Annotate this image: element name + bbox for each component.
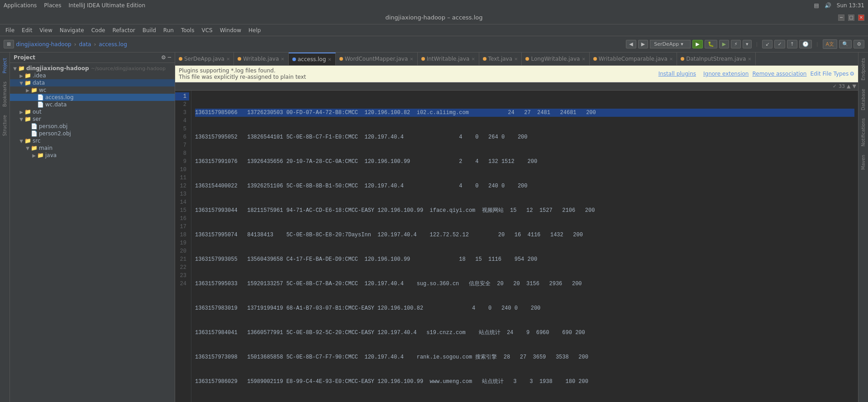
tab-access-close[interactable]: ✕ bbox=[328, 57, 331, 62]
menu-window[interactable]: Window bbox=[216, 26, 245, 34]
tree-out[interactable]: ▶ 📁 out bbox=[10, 108, 175, 115]
right-tab-maven[interactable]: Maven bbox=[860, 151, 867, 173]
idea-menu[interactable]: IntelliJ IDEA Ultimate Edition bbox=[68, 2, 145, 9]
volume-icon[interactable]: 🔊 bbox=[825, 2, 831, 9]
toolbar-right: ◀ ▶ SerDeApp ▾ ▶ 🐛 ▶ ⚡ ▾ | ↙ ✓ ↑ 🕐 | A文 … bbox=[626, 39, 864, 49]
minimize-button[interactable]: ─ bbox=[838, 14, 844, 21]
recent-files-button[interactable]: ⊞ bbox=[4, 40, 14, 48]
tab-datainputstream[interactable]: DataInputStream.java ✕ bbox=[677, 53, 756, 65]
tree-src[interactable]: ▼ 📁 src bbox=[10, 137, 175, 144]
right-tab-database[interactable]: Database bbox=[860, 85, 867, 114]
tab-text[interactable]: Text.java ✕ bbox=[479, 53, 522, 65]
run-config-combo[interactable]: SerDeApp ▾ bbox=[650, 40, 691, 48]
menu-view[interactable]: View bbox=[36, 26, 56, 34]
breadcrumb-project[interactable]: dingjiaxiong-hadoop bbox=[16, 41, 71, 48]
editor-content[interactable]: 1 2 3 4 5 6 7 8 9 10 11 12 13 14 15 16 1… bbox=[175, 91, 858, 402]
tab-text-dot bbox=[483, 57, 486, 61]
tab-longwritable-close[interactable]: ✕ bbox=[582, 57, 585, 62]
close-button[interactable]: ✕ bbox=[858, 14, 864, 21]
menu-help[interactable]: Help bbox=[245, 26, 264, 34]
panel-minimize-icon[interactable]: ─ bbox=[168, 54, 171, 61]
tab-wordcountmapper[interactable]: WordCountMapper.java ✕ bbox=[336, 53, 418, 65]
network-icon: ▤ bbox=[814, 2, 819, 9]
tab-writable-label: Writable.java bbox=[243, 56, 279, 62]
tab-serdeapp-close[interactable]: ✕ bbox=[226, 57, 230, 62]
tab-writable[interactable]: Writable.java ✕ bbox=[234, 53, 288, 65]
tab-longwritable-label: LongWritable.java bbox=[531, 56, 580, 62]
breadcrumb-data[interactable]: data bbox=[79, 41, 91, 48]
vcs-commit-button[interactable]: ✓ bbox=[774, 40, 785, 48]
left-tab-structure[interactable]: Structure bbox=[1, 111, 8, 140]
applications-menu[interactable]: Applications bbox=[4, 2, 37, 9]
tree-person-obj[interactable]: 📄 person.obj bbox=[10, 123, 175, 130]
tab-serdeapp[interactable]: SerDeApp.java ✕ bbox=[175, 53, 234, 65]
tree-data[interactable]: ▼ 📁 data bbox=[10, 79, 175, 86]
tree-idea[interactable]: ▶ 📁 .idea bbox=[10, 72, 175, 79]
tab-writable-close[interactable]: ✕ bbox=[281, 57, 284, 62]
tab-writablecomparable[interactable]: WritableComparable.java ✕ bbox=[590, 53, 677, 65]
menu-vcs[interactable]: VCS bbox=[198, 26, 216, 34]
tab-writablecomp-label: WritableComparable.java bbox=[599, 56, 668, 62]
root-path: ~/source/dingjiaxiong-hadoop bbox=[91, 66, 166, 72]
combo-arrow-icon: ▾ bbox=[681, 41, 683, 47]
menu-tools[interactable]: Tools bbox=[177, 26, 198, 34]
menu-navigate[interactable]: Navigate bbox=[56, 26, 88, 34]
code-content[interactable]: 1363157985066 13726230503 00-FD-07-A4-72… bbox=[191, 91, 858, 402]
scroll-up-icon[interactable]: ▲ bbox=[847, 83, 850, 89]
forward-button[interactable]: ▶ bbox=[638, 40, 648, 48]
tree-person2-obj[interactable]: 📄 person2.obj bbox=[10, 130, 175, 137]
menu-run[interactable]: Run bbox=[160, 26, 177, 34]
menu-build[interactable]: Build bbox=[139, 26, 160, 34]
right-tab-endpoints[interactable]: Endpoints bbox=[860, 54, 867, 84]
coverage-button[interactable]: ▶ bbox=[719, 40, 729, 48]
tab-wordcount-close[interactable]: ✕ bbox=[410, 57, 413, 62]
ignore-extension-link[interactable]: Ignore extension bbox=[703, 71, 749, 77]
vcs-history-button[interactable]: 🕐 bbox=[799, 40, 812, 48]
tab-text-close[interactable]: ✕ bbox=[514, 57, 518, 62]
settings-button[interactable]: ⚙ bbox=[854, 40, 864, 48]
debug-button[interactable]: 🐛 bbox=[705, 40, 717, 48]
install-plugins-link[interactable]: Install plugins bbox=[658, 71, 696, 77]
vcs-push-button[interactable]: ↑ bbox=[787, 40, 797, 48]
back-button[interactable]: ◀ bbox=[626, 40, 636, 48]
search-everywhere-button[interactable]: 🔍 bbox=[839, 40, 852, 48]
code-line-1: 1363157985066 13726230503 00-FD-07-A4-72… bbox=[195, 109, 854, 117]
places-menu[interactable]: Places bbox=[44, 2, 61, 9]
edit-file-types-label: Edit File Types bbox=[810, 71, 849, 77]
tree-ser[interactable]: ▼ 📁 ser bbox=[10, 115, 175, 123]
scroll-down-icon[interactable]: ▼ bbox=[853, 83, 856, 89]
right-tab-notifications[interactable]: Notifications bbox=[860, 115, 867, 150]
tab-longwritable[interactable]: LongWritable.java ✕ bbox=[522, 53, 589, 65]
tab-intwritable[interactable]: IntWritable.java ✕ bbox=[418, 53, 479, 65]
src-arrow-icon: ▼ bbox=[18, 139, 24, 144]
tree-access-log[interactable]: 📄 access.log bbox=[10, 94, 175, 101]
tab-access-log[interactable]: access.log ✕ bbox=[289, 53, 336, 65]
vcs-update-button[interactable]: ↙ bbox=[762, 40, 773, 48]
edit-file-types-button[interactable]: Edit File Types ⚙ bbox=[810, 71, 854, 77]
tree-java[interactable]: ▶ 📁 java bbox=[10, 152, 175, 159]
idea-label: .idea bbox=[33, 72, 46, 79]
tree-wc-data[interactable]: 📄 wc.data bbox=[10, 101, 175, 108]
remove-association-link[interactable]: Remove association bbox=[752, 71, 806, 77]
menu-code[interactable]: Code bbox=[88, 26, 109, 34]
tree-wc[interactable]: ▶ 📁 wc bbox=[10, 86, 175, 94]
menu-edit[interactable]: Edit bbox=[18, 26, 36, 34]
translate-button[interactable]: A文 bbox=[823, 39, 838, 49]
tree-main[interactable]: ▼ 📁 main bbox=[10, 144, 175, 152]
tab-intwritable-close[interactable]: ✕ bbox=[471, 57, 475, 62]
breadcrumb-file[interactable]: access.log bbox=[99, 41, 127, 48]
tree-root[interactable]: ▼ 📁 dingjiaxiong-hadoop ~/source/dingjia… bbox=[10, 65, 175, 72]
left-tab-bookmarks[interactable]: Bookmarks bbox=[1, 78, 8, 110]
left-tab-project[interactable]: Project bbox=[1, 54, 8, 77]
tab-datainput-close[interactable]: ✕ bbox=[748, 57, 751, 62]
more-run-button[interactable]: ▾ bbox=[743, 40, 752, 48]
menu-file[interactable]: File bbox=[2, 26, 18, 34]
run-button[interactable]: ▶ bbox=[692, 40, 702, 48]
tab-writablecomp-close[interactable]: ✕ bbox=[669, 57, 673, 62]
panel-gear-icon[interactable]: ⚙ bbox=[161, 54, 166, 61]
profile-button[interactable]: ⚡ bbox=[731, 40, 741, 48]
maximize-button[interactable]: □ bbox=[848, 14, 854, 21]
file-type-banner: Plugins supporting *.log files found. Th… bbox=[175, 66, 858, 82]
menu-refactor[interactable]: Refactor bbox=[109, 26, 138, 34]
main-area: Project Bookmarks Structure Project ⚙ ─ … bbox=[0, 53, 868, 402]
